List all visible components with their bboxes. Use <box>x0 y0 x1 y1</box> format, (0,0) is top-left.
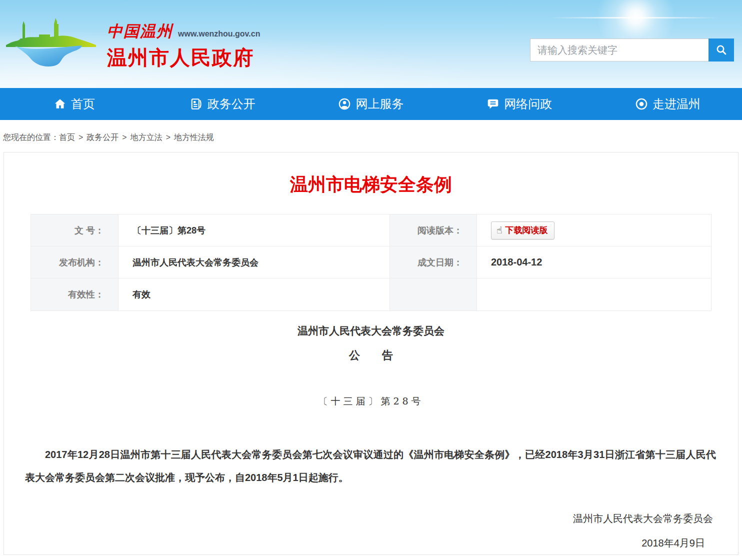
doc-number-label: 文 号： <box>31 214 118 246</box>
document-meta-table: 文 号： 〔十三届〕第28号 阅读版本： ☝ 下载阅读版 发布机构： 温州市人民… <box>30 214 712 311</box>
logo-url-text: www.wenzhou.gov.cn <box>178 30 260 38</box>
signature-org: 温州市人民代表大会常务委员会 <box>4 512 738 526</box>
announcement-paragraph: 2017年12月28日温州市第十三届人民代表大会常务委员会第七次会议审议通过的《… <box>25 443 716 489</box>
nav-label: 网上服务 <box>356 96 404 112</box>
search-bar <box>530 38 734 62</box>
search-input[interactable] <box>530 38 708 62</box>
document-icon <box>190 98 203 110</box>
breadcrumb-separator: > <box>122 133 126 142</box>
read-version-label: 阅读版本： <box>390 214 477 246</box>
site-logo[interactable]: 中国温州 www.wenzhou.gov.cn 温州市人民政府 <box>6 14 260 75</box>
hand-pointer-icon: ☝ <box>496 226 502 235</box>
issue-date-label: 成文日期： <box>390 246 477 278</box>
issuer-value: 温州市人民代表大会常务委员会 <box>118 246 390 278</box>
nav-label: 走进温州 <box>652 96 700 112</box>
read-version-cell: ☝ 下载阅读版 <box>477 214 711 246</box>
announcement-org-name: 温州市人民代表大会常务委员会 <box>4 324 738 338</box>
issue-date-value: 2018-04-12 <box>477 246 711 278</box>
island-logo-icon <box>6 14 101 75</box>
validity-value: 有效 <box>118 278 390 310</box>
logo-script-text: 中国温州 <box>107 21 173 42</box>
page: 中国温州 www.wenzhou.gov.cn 温州市人民政府 首页 <box>0 0 742 560</box>
search-button[interactable] <box>708 38 734 62</box>
breadcrumb-separator: > <box>78 133 83 142</box>
announcement-doc-number: 〔十三届〕第28号 <box>4 395 738 408</box>
doc-number-value: 〔十三届〕第28号 <box>118 214 390 246</box>
site-name: 温州市人民政府 <box>107 44 260 72</box>
sun-glare-decoration <box>550 17 720 18</box>
nav-item-online-service[interactable]: 网上服务 <box>297 88 446 120</box>
page-title: 温州市电梯安全条例 <box>4 172 738 197</box>
nav-label: 首页 <box>71 96 95 112</box>
target-icon <box>635 98 648 110</box>
nav-label: 政务公开 <box>208 96 256 112</box>
breadcrumb-link-home[interactable]: 首页 <box>59 133 75 142</box>
breadcrumb-link-gov-affairs[interactable]: 政务公开 <box>86 133 118 142</box>
search-icon <box>716 44 728 56</box>
announcement-heading: 公 告 <box>4 348 738 363</box>
home-icon <box>54 98 66 110</box>
nav-label: 网络问政 <box>504 96 552 112</box>
signature-date: 2018年4月9日 <box>4 536 738 550</box>
breadcrumb-link-local-regulations[interactable]: 地方性法规 <box>174 133 214 142</box>
site-header: 中国温州 www.wenzhou.gov.cn 温州市人民政府 <box>0 0 742 88</box>
issuer-label: 发布机构： <box>31 246 118 278</box>
logo-text-block: 中国温州 www.wenzhou.gov.cn 温州市人民政府 <box>107 14 260 72</box>
main-nav: 首页 政务公开 网上服务 <box>0 88 742 120</box>
nav-item-ask-politics[interactable]: 网络问政 <box>445 88 594 120</box>
online-service-icon <box>338 98 351 110</box>
download-read-version-button[interactable]: ☝ 下载阅读版 <box>491 222 554 240</box>
download-button-label: 下载阅读版 <box>506 224 548 236</box>
empty-value-cell <box>477 278 711 310</box>
chat-bubble-icon <box>486 98 500 110</box>
validity-label: 有效性： <box>31 278 118 310</box>
breadcrumb: 您现在的位置：首页>政务公开>地方立法>地方性法规 <box>0 120 742 152</box>
breadcrumb-prefix: 您现在的位置： <box>3 133 59 142</box>
breadcrumb-separator: > <box>166 133 170 142</box>
article-container: 温州市电梯安全条例 文 号： 〔十三届〕第28号 阅读版本： ☝ 下载阅读版 发… <box>4 152 738 555</box>
breadcrumb-link-local-legislation[interactable]: 地方立法 <box>130 133 162 142</box>
nav-item-home[interactable]: 首页 <box>0 88 148 120</box>
nav-item-gov-affairs[interactable]: 政务公开 <box>148 88 297 120</box>
nav-item-enter-wenzhou[interactable]: 走进温州 <box>594 88 742 120</box>
empty-label-cell <box>390 278 477 310</box>
